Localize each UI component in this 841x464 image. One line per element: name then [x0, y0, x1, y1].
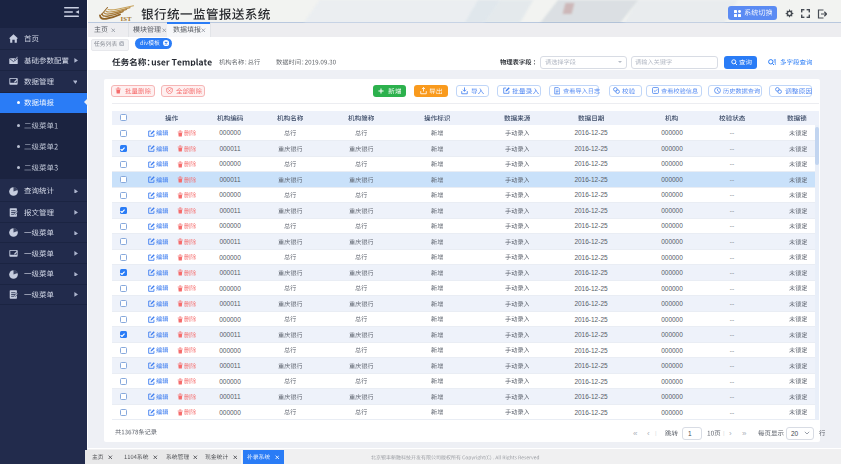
- svg-text:IST: IST: [121, 15, 132, 21]
